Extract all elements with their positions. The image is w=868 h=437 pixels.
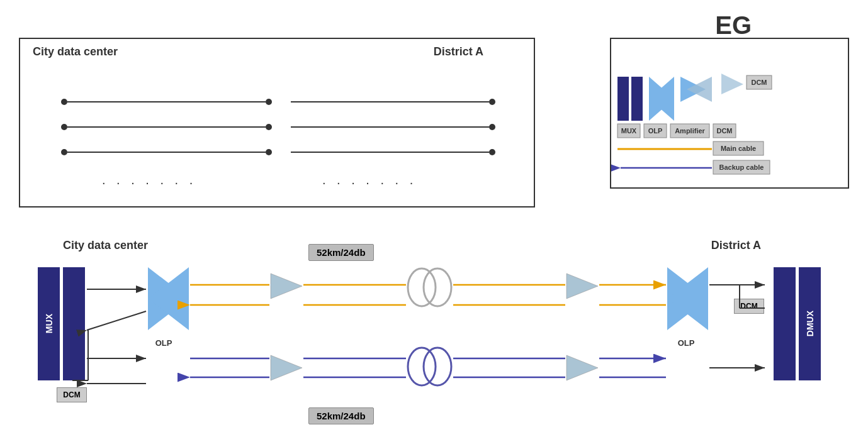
svg-text:DCM: DCM: [716, 127, 732, 135]
eg-title: EG: [715, 11, 752, 40]
svg-point-14: [489, 149, 495, 155]
svg-text:MUX: MUX: [621, 127, 637, 135]
svg-marker-47: [566, 274, 598, 299]
svg-point-53: [424, 348, 451, 385]
svg-line-66: [87, 311, 146, 330]
svg-marker-23: [721, 74, 743, 94]
svg-marker-20: [649, 77, 674, 121]
svg-rect-26: [617, 124, 640, 138]
svg-rect-38: [713, 160, 770, 174]
svg-text:Amplifier: Amplifier: [675, 127, 705, 135]
svg-text:· · · · · · ·: · · · · · · ·: [102, 175, 196, 189]
svg-point-12: [266, 149, 272, 155]
svg-point-5: [61, 124, 67, 130]
svg-rect-30: [670, 124, 709, 138]
svg-point-7: [266, 124, 272, 130]
svg-marker-46: [271, 274, 302, 299]
city-data-center-label: City data center: [33, 45, 118, 58]
svg-marker-21: [680, 77, 706, 102]
top-left-lines: · · · · · · · · · · · · · ·: [20, 39, 534, 206]
svg-rect-32: [713, 124, 736, 138]
svg-rect-17: [617, 77, 629, 121]
svg-rect-18: [631, 77, 643, 121]
bottom-svg: OLP OLP: [0, 233, 868, 437]
svg-point-4: [489, 99, 495, 105]
svg-rect-35: [713, 141, 764, 155]
svg-point-10: [61, 149, 67, 155]
svg-text:OLP: OLP: [155, 338, 172, 348]
svg-marker-49: [566, 355, 598, 380]
svg-text:Backup cable: Backup cable: [719, 163, 764, 171]
district-a-label: District A: [434, 45, 483, 58]
svg-rect-24: [747, 75, 772, 89]
svg-marker-22: [687, 77, 712, 102]
svg-marker-19: [649, 77, 674, 121]
svg-point-51: [424, 268, 451, 306]
svg-point-0: [61, 99, 67, 105]
svg-marker-48: [271, 355, 302, 380]
top-right-legend: DCM MUX OLP Amplifier DCM Main cable Bac…: [610, 38, 849, 189]
svg-point-2: [266, 99, 272, 105]
svg-point-9: [489, 124, 495, 130]
svg-text:Main cable: Main cable: [721, 145, 756, 152]
svg-point-52: [408, 348, 436, 385]
top-left-diagram: City data center District A · · · · · · …: [19, 38, 535, 207]
svg-text:· · · · · · ·: · · · · · · ·: [322, 175, 417, 189]
svg-text:OLP: OLP: [648, 127, 663, 135]
svg-text:DCM: DCM: [751, 79, 767, 86]
legend-svg: DCM MUX OLP Amplifier DCM Main cable Bac…: [611, 39, 848, 187]
svg-point-50: [408, 268, 436, 306]
bottom-network-diagram: 52km/24db 52km/24db City data center Dis…: [0, 233, 868, 437]
svg-rect-28: [644, 124, 667, 138]
svg-text:OLP: OLP: [678, 338, 695, 348]
